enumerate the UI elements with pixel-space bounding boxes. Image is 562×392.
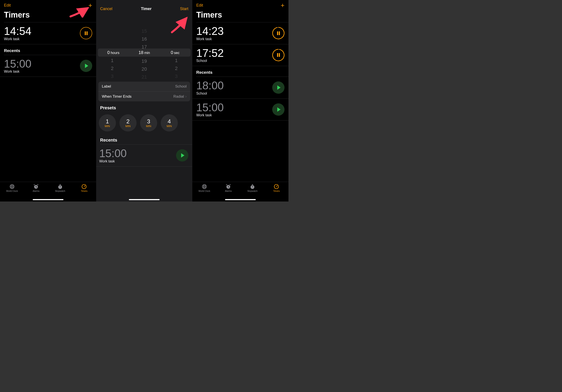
annotation-arrow-icon <box>170 16 189 34</box>
play-button[interactable] <box>272 81 284 94</box>
recent-timer-row[interactable]: 18:00 School <box>192 77 288 99</box>
tab-label: World Clock <box>6 190 18 192</box>
tab-stopwatch[interactable]: Stopwatch <box>240 184 265 197</box>
pause-icon <box>277 53 280 57</box>
picker-sec-option[interactable]: 1 <box>175 58 178 63</box>
recents-heading: Recents <box>0 44 96 55</box>
tab-stopwatch[interactable]: Stopwatch <box>48 184 72 197</box>
tab-alarms[interactable]: Alarms <box>24 184 48 197</box>
timer-label: Work task <box>4 69 80 73</box>
timer-time: 18:00 <box>196 80 272 92</box>
svg-rect-10 <box>252 184 253 185</box>
add-timer-button[interactable]: + <box>281 3 284 7</box>
picker-sec-value: 0 <box>171 50 173 55</box>
timer-icon <box>274 184 279 189</box>
timer-label: Work task <box>196 37 272 41</box>
pause-button[interactable] <box>80 27 92 39</box>
preset-number: 3 <box>147 118 150 125</box>
pause-button[interactable] <box>272 27 284 39</box>
pause-button[interactable] <box>272 49 284 61</box>
tab-world-clock[interactable]: World Clock <box>0 184 24 197</box>
timer-time: 17:52 <box>196 47 272 59</box>
preset-button[interactable]: 4MIN <box>161 114 178 131</box>
picker-min-option[interactable]: 19 <box>141 58 147 64</box>
picker-sec-option[interactable]: 3 <box>175 73 178 79</box>
pause-icon <box>85 31 88 35</box>
running-timer-row[interactable]: 14:23 Work task <box>192 22 288 44</box>
svg-rect-4 <box>60 184 61 185</box>
picker-hour-option[interactable]: 3 <box>111 73 114 79</box>
screen-1-timers: Edit + Timers 14:54 Work task Recents 15… <box>0 0 96 201</box>
picker-min-value: 18 <box>139 50 143 55</box>
picker-sec-option[interactable]: 2 <box>175 66 178 71</box>
time-picker[interactable]: 1 2 3 15 16 17 19 20 21 1 2 3 0hours 18m… <box>96 28 192 80</box>
modal-nav-bar: Cancel Timer Start <box>96 0 192 13</box>
screen-2-new-timer-modal: Cancel Timer Start 1 2 3 15 16 17 19 20 … <box>96 0 192 201</box>
preset-number: 4 <box>168 118 171 125</box>
play-icon <box>277 85 281 90</box>
play-button[interactable] <box>272 103 284 116</box>
home-indicator[interactable] <box>33 199 63 200</box>
timer-label: Work task <box>196 113 272 117</box>
screen-3-timers: Edit + Timers 14:23 Work task 17:52 Scho… <box>192 0 288 201</box>
cancel-button[interactable]: Cancel <box>100 7 112 11</box>
recent-timer-row[interactable]: 15:00 Work task <box>96 145 192 167</box>
timer-label: Work task <box>99 159 176 163</box>
tab-timers[interactable]: Timers <box>265 184 289 197</box>
running-timer-row[interactable]: 14:54 Work task <box>0 22 96 44</box>
tab-timers[interactable]: Timers <box>72 184 96 197</box>
play-icon <box>85 64 88 68</box>
globe-icon <box>201 184 207 189</box>
preset-unit: MIN <box>125 125 131 128</box>
play-button[interactable] <box>80 60 92 72</box>
edit-button[interactable]: Edit <box>196 3 203 8</box>
recent-timer-row[interactable]: 15:00 Work task <box>192 99 288 121</box>
preset-unit: MIN <box>105 125 110 128</box>
globe-icon <box>9 184 15 189</box>
preset-unit: MIN <box>167 125 172 128</box>
picker-selected-row: 0hours 18min 0sec <box>98 48 190 57</box>
tab-label: Alarms <box>33 190 39 192</box>
tab-label: Stopwatch <box>55 190 65 192</box>
presets-heading: Presets <box>96 101 192 112</box>
tab-alarms[interactable]: Alarms <box>216 184 241 197</box>
timer-time: 14:23 <box>196 25 272 37</box>
stopwatch-icon <box>57 184 63 189</box>
stopwatch-icon <box>250 184 255 189</box>
pause-icon <box>277 31 280 35</box>
picker-hours-unit: hours <box>111 51 119 55</box>
play-button[interactable] <box>176 149 188 161</box>
timer-label: School <box>196 59 272 63</box>
tab-label: Timers <box>81 190 87 192</box>
tab-label: World Clock <box>199 190 210 192</box>
page-title: Timers <box>192 10 288 22</box>
home-indicator[interactable] <box>129 199 160 200</box>
edit-button[interactable]: Edit <box>4 3 11 8</box>
modal-title: Timer <box>141 7 152 11</box>
start-button[interactable]: Start <box>180 7 188 11</box>
picker-min-unit: min <box>144 51 150 55</box>
picker-min-option[interactable]: 15 <box>141 28 147 34</box>
home-indicator[interactable] <box>225 199 256 200</box>
timer-time: 15:00 <box>196 102 272 114</box>
picker-hours-value: 0 <box>107 50 110 55</box>
picker-hour-option[interactable]: 2 <box>111 66 114 71</box>
preset-button[interactable]: 3MIN <box>140 114 157 131</box>
recent-timer-row[interactable]: 15:00 Work task <box>0 55 96 77</box>
running-timer-row[interactable]: 17:52 School <box>192 44 288 66</box>
picker-min-option[interactable]: 20 <box>141 66 147 72</box>
preset-button[interactable]: 1MIN <box>99 114 116 131</box>
tab-world-clock[interactable]: World Clock <box>192 184 216 197</box>
timer-label: School <box>196 92 272 95</box>
tab-bar: World Clock Alarms Stopwatch Timers <box>192 182 288 201</box>
preset-button[interactable]: 2MIN <box>119 114 137 131</box>
preset-number: 2 <box>127 118 129 125</box>
timer-icon <box>81 184 87 189</box>
recents-heading: Recents <box>192 66 288 77</box>
timer-time: 15:00 <box>99 148 176 159</box>
picker-min-option[interactable]: 16 <box>141 36 147 42</box>
picker-hour-option[interactable]: 1 <box>111 58 114 63</box>
timer-time: 15:00 <box>4 58 80 70</box>
play-icon <box>181 153 184 158</box>
picker-min-option[interactable]: 21 <box>141 74 147 80</box>
